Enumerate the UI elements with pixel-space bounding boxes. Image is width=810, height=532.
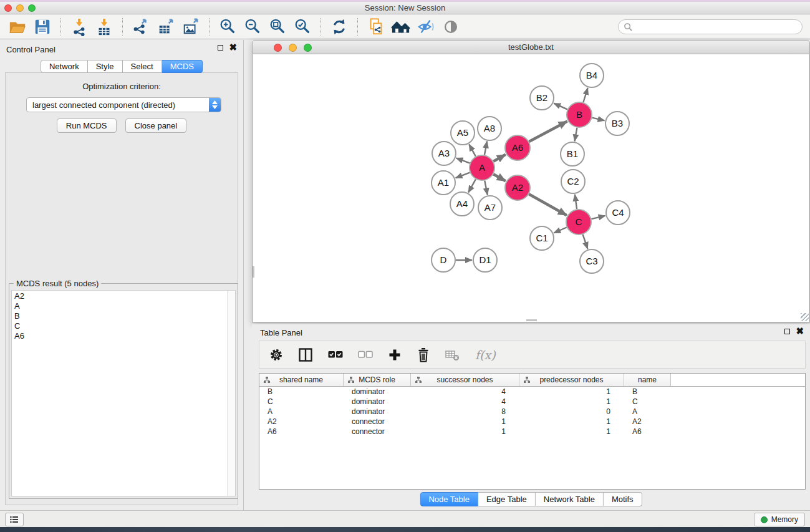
clone-network-button[interactable] [364,17,388,37]
tab-motifs[interactable]: Motifs [604,492,642,506]
cell-name[interactable]: A6 [624,427,671,436]
cell-MCDS-role[interactable]: dominator [344,387,411,396]
graph-edge-C-C3[interactable] [583,235,588,249]
graph-node-B1[interactable]: B1 [561,142,584,166]
float-table-panel-icon[interactable] [784,329,790,334]
graph-node-B3[interactable]: B3 [605,112,629,135]
column-header-successor-nodes[interactable]: successor nodes [411,374,519,386]
graph-node-C2[interactable]: C2 [561,170,585,193]
graph-edge-C-C2[interactable] [575,195,577,209]
cell-predecessor-nodes[interactable]: 1 [519,427,624,436]
graph-edge-A-A5[interactable] [469,144,476,156]
cell-shared-name[interactable]: B [259,387,344,396]
export-image-button[interactable] [178,17,203,37]
task-history-button[interactable] [5,513,24,526]
hide-panels-button[interactable] [413,17,438,37]
cell-successor-nodes[interactable]: 4 [411,397,519,406]
graph-edge-A-A1[interactable] [456,173,470,178]
cell-name[interactable]: B [624,387,671,396]
criterion-dropdown[interactable]: largest connected component (directed) [26,97,221,112]
zoom-in-button[interactable] [215,17,240,37]
graph-edge-B-B4[interactable] [583,88,587,102]
tab-select[interactable]: Select [123,60,162,73]
result-item-A[interactable]: A [14,301,225,311]
export-network-button[interactable] [128,17,153,37]
graph-node-B4[interactable]: B4 [580,64,604,87]
network-window-titlebar[interactable]: testGlobe.txt [252,40,810,54]
graph-edge-B-B1[interactable] [575,128,577,142]
minimize-network-button[interactable] [289,44,297,52]
graph-node-C3[interactable]: C3 [580,249,604,273]
cell-MCDS-role[interactable]: connector [344,427,411,436]
graph-edge-B-B2[interactable] [554,104,567,110]
close-table-panel-icon[interactable]: ✖ [796,328,804,334]
close-window-button[interactable] [4,4,12,12]
result-scrollbar[interactable] [227,291,235,496]
toolbar-search[interactable] [618,19,803,34]
cell-shared-name[interactable]: A2 [259,417,344,426]
column-header-MCDS-role[interactable]: MCDS role [344,374,411,386]
cell-predecessor-nodes[interactable]: 1 [519,387,624,396]
canvas-vscroll-thumb[interactable] [253,266,254,278]
tab-node-table[interactable]: Node Table [420,492,478,506]
cell-name[interactable]: C [624,397,671,406]
tab-mcds[interactable]: MCDS [162,60,203,73]
cell-predecessor-nodes[interactable]: 1 [519,417,624,426]
graph-node-C4[interactable]: C4 [606,201,630,225]
close-network-button[interactable] [274,44,282,52]
result-item-B[interactable]: B [14,311,225,321]
select-all-button[interactable] [328,351,343,359]
graph-node-A7[interactable]: A7 [478,196,502,220]
graph-edge-A-A7[interactable] [485,181,488,195]
tab-network-table[interactable]: Network Table [536,492,604,506]
cell-successor-nodes[interactable]: 8 [411,407,519,416]
cell-successor-nodes[interactable]: 1 [411,417,519,426]
table-settings-button[interactable] [269,348,283,362]
cell-name[interactable]: A2 [624,417,671,426]
graph-edge-C-C4[interactable] [591,216,605,219]
maximize-window-button[interactable] [28,4,36,12]
graph-node-A1[interactable]: A1 [432,171,455,195]
search-input[interactable] [633,22,797,31]
zoom-out-button[interactable] [240,17,265,37]
minimize-window-button[interactable] [16,4,24,12]
column-header-name[interactable]: name [624,374,671,386]
graph-edge-A-A3[interactable] [456,158,470,163]
cell-shared-name[interactable]: C [259,397,344,406]
graph-node-A3[interactable]: A3 [432,142,456,165]
close-panel-button[interactable]: Close panel [125,118,187,133]
cell-predecessor-nodes[interactable]: 0 [519,407,624,416]
result-item-A6[interactable]: A6 [14,331,225,341]
tab-edge-table[interactable]: Edge Table [478,492,536,506]
graph-node-B[interactable]: B [567,102,592,127]
cell-successor-nodes[interactable]: 1 [411,427,519,436]
tab-style[interactable]: Style [88,60,123,73]
zoom-selected-button[interactable] [290,17,315,37]
cell-successor-nodes[interactable]: 4 [411,387,519,396]
zoom-fit-button[interactable] [265,17,290,37]
cell-shared-name[interactable]: A [259,407,344,416]
run-mcds-button[interactable]: Run MCDS [57,118,117,133]
graph-node-A6[interactable]: A6 [505,135,530,160]
save-session-button[interactable] [30,17,55,37]
graph-node-A4[interactable]: A4 [450,192,474,216]
graph-edge-A-A4[interactable] [468,179,476,192]
delete-column-button[interactable] [417,347,430,362]
graph-node-A8[interactable]: A8 [478,117,501,140]
graph-node-C1[interactable]: C1 [530,226,554,250]
graph-node-C[interactable]: C [566,210,591,235]
tab-network[interactable]: Network [41,60,88,73]
float-panel-icon[interactable] [218,45,223,51]
graph-edge-A2-C[interactable] [529,194,567,215]
cell-MCDS-role[interactable]: connector [344,417,411,426]
deselect-all-button[interactable] [358,351,373,359]
cell-predecessor-nodes[interactable]: 1 [519,397,624,406]
graph-edge-A6-B[interactable] [529,121,567,142]
cell-name[interactable]: A [624,407,671,416]
close-panel-icon[interactable]: ✖ [229,44,237,51]
open-session-button[interactable] [5,17,30,37]
refresh-view-button[interactable] [327,17,352,37]
graph-edge-A-A2[interactable] [493,174,506,181]
graph-node-A2[interactable]: A2 [505,175,530,200]
cell-MCDS-role[interactable]: dominator [344,397,411,406]
